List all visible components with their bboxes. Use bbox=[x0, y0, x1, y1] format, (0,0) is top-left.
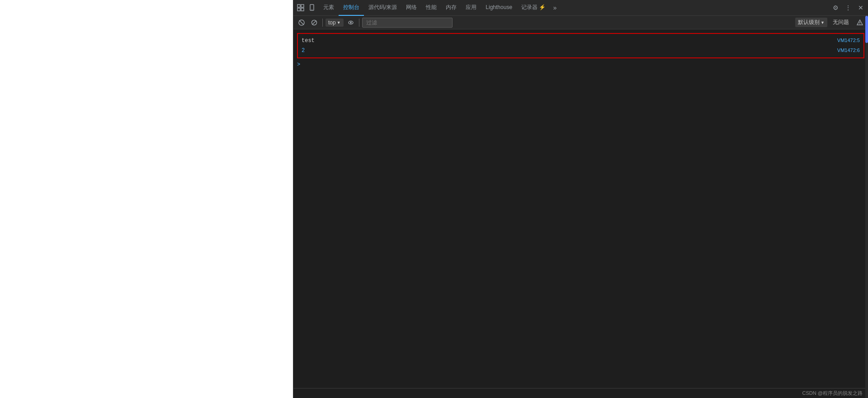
tab-application[interactable]: 应用 bbox=[461, 0, 481, 16]
ban-icon[interactable] bbox=[309, 17, 320, 28]
devtools-footer: CSDN @程序员的脱发之路 bbox=[293, 388, 868, 398]
devtools-tab-bar: 元素 控制台 源代码/来源 网络 性能 内存 应用 Lighthouse 记录器… bbox=[293, 0, 868, 16]
devtools-right-scrollbar[interactable] bbox=[865, 16, 868, 398]
log-level-selector[interactable]: 默认级别 ▼ bbox=[795, 18, 827, 27]
level-arrow: ▼ bbox=[821, 20, 825, 25]
devtools-scrollbar-thumb[interactable] bbox=[865, 16, 868, 43]
tab-lighthouse[interactable]: Lighthouse bbox=[481, 0, 517, 16]
toolbar-sep-1 bbox=[322, 19, 323, 27]
entry-text-test: test bbox=[302, 37, 834, 45]
tab-elements[interactable]: 元素 bbox=[319, 0, 339, 16]
tab-sources[interactable]: 源代码/来源 bbox=[364, 0, 401, 16]
settings-icon[interactable]: ⚙ bbox=[830, 2, 841, 13]
console-prompt-line: > bbox=[293, 60, 868, 69]
svg-rect-1 bbox=[301, 5, 304, 7]
tab-more-button[interactable]: » bbox=[550, 4, 559, 11]
devtools-actions: ⚙ ⋮ ✕ bbox=[830, 2, 866, 13]
tab-performance[interactable]: 性能 bbox=[421, 0, 441, 16]
svg-rect-2 bbox=[297, 8, 300, 11]
console-content[interactable]: test VM1472:5 2 VM1472:6 > bbox=[293, 29, 868, 388]
svg-line-7 bbox=[299, 20, 304, 25]
console-toolbar: top ▼ 默认级别 ▼ 无问题 bbox=[293, 16, 868, 29]
svg-point-5 bbox=[311, 9, 312, 10]
toolbar-sep-2 bbox=[359, 19, 359, 27]
console-filter-input[interactable] bbox=[362, 18, 453, 28]
prompt-symbol: > bbox=[297, 62, 300, 68]
more-options-icon[interactable]: ⋮ bbox=[843, 2, 854, 13]
svg-rect-3 bbox=[301, 8, 304, 11]
close-devtools-icon[interactable]: ✕ bbox=[855, 2, 866, 13]
svg-point-14 bbox=[859, 24, 860, 24]
tab-console[interactable]: 控制台 bbox=[339, 0, 364, 16]
context-arrow: ▼ bbox=[337, 20, 341, 25]
browser-page bbox=[0, 0, 293, 398]
svg-point-11 bbox=[350, 22, 352, 24]
clear-console-icon[interactable] bbox=[296, 17, 307, 28]
context-selector[interactable]: top ▼ bbox=[326, 19, 344, 27]
entry-source-test[interactable]: VM1472:5 bbox=[837, 37, 860, 43]
live-expressions-icon[interactable] bbox=[345, 17, 356, 28]
device-toggle-icon[interactable] bbox=[307, 2, 318, 13]
entry-source-number[interactable]: VM1472:6 bbox=[837, 47, 860, 53]
console-log-box: test VM1472:5 2 VM1472:6 bbox=[297, 33, 864, 58]
footer-attribution: CSDN @程序员的脱发之路 bbox=[802, 390, 863, 397]
context-label: top bbox=[328, 19, 336, 26]
no-issues-indicator[interactable]: 无问题 bbox=[829, 18, 853, 27]
tab-network[interactable]: 网络 bbox=[401, 0, 421, 16]
svg-rect-0 bbox=[297, 5, 300, 7]
devtools-panel: 元素 控制台 源代码/来源 网络 性能 内存 应用 Lighthouse 记录器… bbox=[293, 0, 868, 398]
console-entry-number: 2 VM1472:6 bbox=[298, 46, 863, 56]
entry-text-number: 2 bbox=[302, 47, 837, 55]
inspector-icon[interactable] bbox=[295, 2, 306, 13]
issues-icon[interactable] bbox=[854, 17, 865, 28]
level-label: 默认级别 bbox=[798, 19, 820, 26]
svg-line-9 bbox=[312, 20, 316, 24]
tab-recorder[interactable]: 记录器 ⚡ bbox=[517, 0, 550, 16]
console-entry-test: test VM1472:5 bbox=[298, 36, 863, 46]
console-input[interactable] bbox=[303, 62, 864, 68]
tab-memory[interactable]: 内存 bbox=[441, 0, 461, 16]
